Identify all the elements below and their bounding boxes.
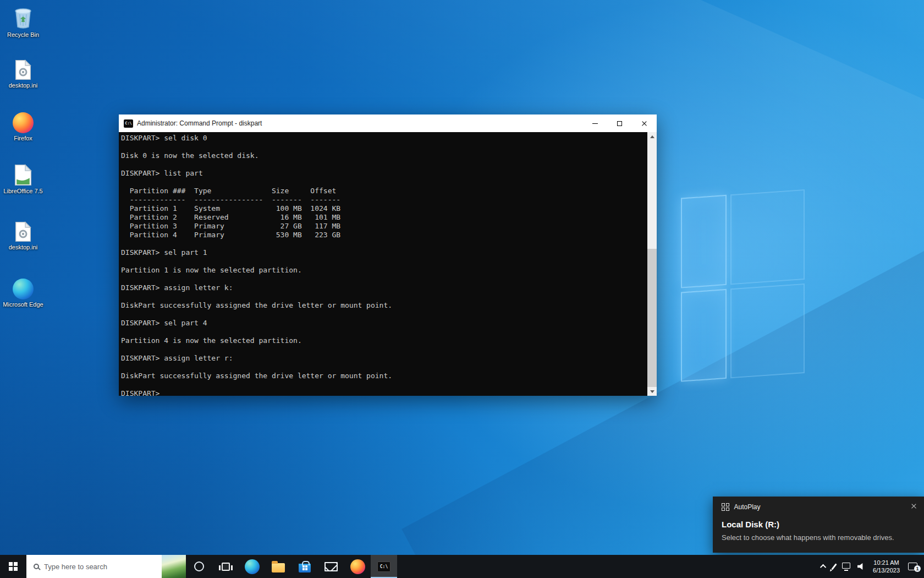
file-explorer-icon [272,563,285,572]
task-view-icon [222,563,230,571]
desktop-icon-recycle-bin[interactable]: Recycle Bin [2,7,44,39]
libreoffice-icon [14,164,32,186]
search-input[interactable] [44,563,162,571]
minimize-icon [592,123,598,124]
minimize-button[interactable] [582,115,607,132]
taskbar-task-view-button[interactable] [212,555,239,578]
microsoft-store-icon [299,564,311,572]
windows-logo-icon [9,562,18,571]
pen-icon[interactable] [831,563,837,570]
logo-pane [730,189,805,285]
scrollbar-thumb[interactable] [647,249,657,387]
search-highlight-image[interactable] [162,555,186,578]
recycle-bin-icon [13,7,34,30]
settings-file-icon [14,59,32,80]
toast-close-button[interactable] [911,503,917,509]
firefox-icon [350,559,365,574]
firefox-icon [13,112,34,133]
terminal-output[interactable]: DISKPART> sel disk 0 Disk 0 is now the s… [121,134,646,396]
chevron-up-icon[interactable] [820,564,826,570]
taskbar-store-button[interactable] [292,555,318,578]
desktop-icon-label: Firefox [14,135,32,142]
close-icon [641,121,647,127]
desktop-icon-desktop-ini-2[interactable]: desktop.ini [2,221,44,251]
edge-icon [13,279,34,299]
taskbar-command-prompt-button[interactable]: C:\ [371,555,397,578]
arrow-down-icon [650,390,654,393]
command-prompt-window: C:\ Administrator: Command Prompt - disk… [119,114,657,396]
command-prompt-icon: C:\ [377,561,391,572]
maximize-icon [617,121,622,126]
clock-date: 6/13/2023 [873,566,900,574]
desktop-icon-firefox[interactable]: Firefox [2,112,44,142]
screen: Recycle Bin desktop.ini Firefox LibreOff… [0,0,924,578]
desktop-icon-label: LibreOffice 7.5 [3,188,42,195]
desktop-icon-label: Recycle Bin [7,31,39,39]
settings-file-icon [14,221,32,242]
desktop-icon-libreoffice[interactable]: LibreOffice 7.5 [2,164,44,195]
logo-pane [730,283,805,378]
taskbar-cortana-button[interactable] [186,555,212,578]
maximize-button[interactable] [607,115,632,132]
toast-message: Select to choose what happens with remov… [722,532,903,543]
clock-time: 10:21 AM [873,559,900,566]
desktop-icon-edge[interactable]: Microsoft Edge [2,279,44,308]
desktop-icon-label: desktop.ini [9,82,38,89]
terminal-scrollbar[interactable] [647,132,657,396]
desktop-icon-label: desktop.ini [9,244,38,251]
network-icon[interactable] [842,563,850,569]
mail-icon [324,562,338,571]
cortana-icon [194,561,204,571]
system-tray: 10:21 AM 6/13/2023 1 [822,555,924,578]
arrow-up-icon [650,135,654,138]
logo-pane [681,288,727,381]
cmd-icon: C:\ [124,119,133,128]
action-center-icon[interactable]: 1 [908,563,917,570]
terminal-body: DISKPART> sel disk 0 Disk 0 is now the s… [119,132,657,396]
window-title: Administrator: Command Prompt - diskpart [137,119,582,127]
windows-logo-wallpaper [681,189,801,381]
volume-icon[interactable] [857,563,866,570]
window-titlebar[interactable]: C:\ Administrator: Command Prompt - disk… [119,114,657,132]
edge-icon [245,559,260,574]
taskbar-search[interactable] [26,555,186,578]
autoplay-notification[interactable]: AutoPlay Local Disk (R:) Select to choos… [713,497,924,553]
taskbar: C:\ 10:21 AM 6/13/2023 1 [0,555,924,578]
taskbar-clock[interactable]: 10:21 AM 6/13/2023 [873,559,900,574]
toast-app-name: AutoPlay [734,503,761,511]
scroll-up-button[interactable] [647,132,657,141]
toast-header: AutoPlay [722,503,915,511]
desktop-icon-desktop-ini-1[interactable]: desktop.ini [2,59,44,89]
taskbar-edge-button[interactable] [239,555,265,578]
taskbar-mail-button[interactable] [318,555,344,578]
taskbar-firefox-button[interactable] [344,555,371,578]
desktop-icon-label: Microsoft Edge [3,301,43,308]
close-button[interactable] [632,115,657,132]
autoplay-icon [722,503,729,511]
toast-title: Local Disk (R:) [722,520,915,529]
taskbar-file-explorer-button[interactable] [265,555,292,578]
scroll-down-button[interactable] [647,387,657,396]
search-icon [34,564,39,569]
start-button[interactable] [0,555,26,578]
notification-badge: 1 [914,565,921,572]
logo-pane [681,195,727,288]
